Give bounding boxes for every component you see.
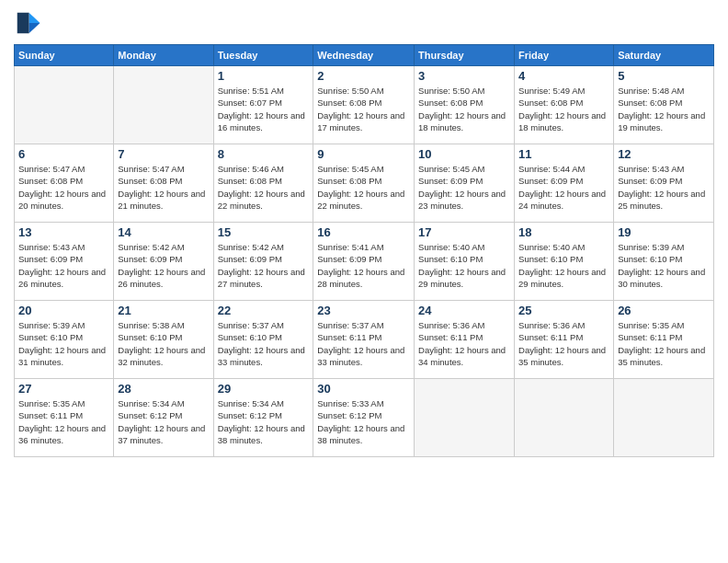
calendar-cell: 14Sunrise: 5:42 AMSunset: 6:09 PMDayligh…: [114, 223, 213, 301]
day-number: 25: [518, 304, 609, 317]
calendar-cell: 26Sunrise: 5:35 AMSunset: 6:11 PMDayligh…: [614, 301, 714, 379]
calendar-cell: 18Sunrise: 5:40 AMSunset: 6:10 PMDayligh…: [515, 223, 614, 301]
calendar-cell: 22Sunrise: 5:37 AMSunset: 6:10 PMDayligh…: [213, 301, 313, 379]
day-info: Sunrise: 5:45 AMSunset: 6:08 PMDaylight:…: [317, 163, 410, 212]
day-info: Sunrise: 5:44 AMSunset: 6:09 PMDaylight:…: [518, 163, 609, 212]
calendar-cell: 30Sunrise: 5:33 AMSunset: 6:12 PMDayligh…: [313, 379, 415, 457]
calendar-cell: 5Sunrise: 5:48 AMSunset: 6:08 PMDaylight…: [614, 66, 714, 144]
weekday-header: Friday: [515, 45, 614, 66]
weekday-header: Thursday: [415, 45, 515, 66]
day-info: Sunrise: 5:42 AMSunset: 6:09 PMDaylight:…: [218, 241, 310, 290]
day-number: 26: [618, 304, 710, 317]
day-info: Sunrise: 5:51 AMSunset: 6:07 PMDaylight:…: [218, 85, 310, 133]
day-number: 27: [18, 382, 109, 396]
calendar-cell: 20Sunrise: 5:39 AMSunset: 6:10 PMDayligh…: [15, 301, 114, 379]
day-number: 23: [317, 304, 410, 317]
day-info: Sunrise: 5:50 AMSunset: 6:08 PMDaylight:…: [317, 85, 410, 133]
day-number: 8: [218, 147, 310, 161]
calendar-cell: 1Sunrise: 5:51 AMSunset: 6:07 PMDaylight…: [213, 66, 313, 144]
day-number: 1: [218, 69, 310, 83]
day-number: 6: [18, 147, 109, 161]
svg-rect-2: [17, 13, 29, 34]
day-number: 16: [317, 225, 410, 239]
calendar-cell: 15Sunrise: 5:42 AMSunset: 6:09 PMDayligh…: [213, 223, 313, 301]
day-info: Sunrise: 5:39 AMSunset: 6:10 PMDaylight:…: [18, 319, 109, 368]
calendar-cell: [515, 379, 614, 457]
day-number: 29: [218, 382, 310, 396]
day-number: 2: [317, 69, 410, 83]
day-number: 17: [418, 225, 510, 239]
calendar-cell: 29Sunrise: 5:34 AMSunset: 6:12 PMDayligh…: [213, 379, 313, 457]
calendar-cell: 8Sunrise: 5:46 AMSunset: 6:08 PMDaylight…: [213, 144, 313, 223]
calendar-cell: 21Sunrise: 5:38 AMSunset: 6:10 PMDayligh…: [114, 301, 213, 379]
calendar-cell: 27Sunrise: 5:35 AMSunset: 6:11 PMDayligh…: [15, 379, 114, 457]
day-number: 10: [418, 147, 510, 161]
calendar-cell: 3Sunrise: 5:50 AMSunset: 6:08 PMDaylight…: [415, 66, 515, 144]
day-number: 21: [118, 304, 209, 317]
day-info: Sunrise: 5:37 AMSunset: 6:11 PMDaylight:…: [317, 319, 410, 368]
day-info: Sunrise: 5:45 AMSunset: 6:09 PMDaylight:…: [418, 163, 510, 212]
day-info: Sunrise: 5:49 AMSunset: 6:08 PMDaylight:…: [518, 85, 609, 133]
calendar-cell: 7Sunrise: 5:47 AMSunset: 6:08 PMDaylight…: [114, 144, 213, 223]
calendar-cell: [415, 379, 515, 457]
day-number: 19: [618, 225, 710, 239]
svg-marker-0: [29, 13, 40, 23]
day-info: Sunrise: 5:46 AMSunset: 6:08 PMDaylight:…: [218, 163, 310, 212]
day-number: 20: [18, 304, 109, 317]
day-info: Sunrise: 5:50 AMSunset: 6:08 PMDaylight:…: [418, 85, 510, 133]
calendar-cell: 4Sunrise: 5:49 AMSunset: 6:08 PMDaylight…: [515, 66, 614, 144]
day-number: 24: [418, 304, 510, 317]
logo-icon: [14, 9, 41, 37]
calendar: SundayMondayTuesdayWednesdayThursdayFrid…: [14, 44, 714, 457]
calendar-cell: 13Sunrise: 5:43 AMSunset: 6:09 PMDayligh…: [15, 223, 114, 301]
day-number: 18: [518, 225, 609, 239]
day-info: Sunrise: 5:33 AMSunset: 6:12 PMDaylight:…: [317, 397, 410, 446]
day-number: 13: [18, 225, 109, 239]
calendar-cell: 17Sunrise: 5:40 AMSunset: 6:10 PMDayligh…: [415, 223, 515, 301]
day-number: 3: [418, 69, 510, 83]
day-info: Sunrise: 5:41 AMSunset: 6:09 PMDaylight:…: [317, 241, 410, 290]
day-number: 11: [518, 147, 609, 161]
weekday-header: Saturday: [614, 45, 714, 66]
page: SundayMondayTuesdayWednesdayThursdayFrid…: [0, 0, 728, 563]
day-info: Sunrise: 5:48 AMSunset: 6:08 PMDaylight:…: [618, 85, 710, 133]
day-number: 9: [317, 147, 410, 161]
weekday-header: Sunday: [15, 45, 114, 66]
day-info: Sunrise: 5:34 AMSunset: 6:12 PMDaylight:…: [218, 397, 310, 446]
calendar-cell: 19Sunrise: 5:39 AMSunset: 6:10 PMDayligh…: [614, 223, 714, 301]
day-info: Sunrise: 5:39 AMSunset: 6:10 PMDaylight:…: [618, 241, 710, 290]
calendar-cell: 16Sunrise: 5:41 AMSunset: 6:09 PMDayligh…: [313, 223, 415, 301]
day-info: Sunrise: 5:47 AMSunset: 6:08 PMDaylight:…: [118, 163, 209, 212]
header: [14, 9, 714, 37]
day-number: 12: [618, 147, 710, 161]
calendar-cell: [15, 66, 114, 144]
day-info: Sunrise: 5:40 AMSunset: 6:10 PMDaylight:…: [518, 241, 609, 290]
day-info: Sunrise: 5:38 AMSunset: 6:10 PMDaylight:…: [118, 319, 209, 368]
calendar-cell: [614, 379, 714, 457]
svg-marker-1: [29, 23, 40, 33]
day-info: Sunrise: 5:36 AMSunset: 6:11 PMDaylight:…: [518, 319, 609, 368]
day-info: Sunrise: 5:42 AMSunset: 6:09 PMDaylight:…: [118, 241, 209, 290]
day-number: 30: [317, 382, 410, 396]
day-info: Sunrise: 5:36 AMSunset: 6:11 PMDaylight:…: [418, 319, 510, 368]
calendar-cell: 10Sunrise: 5:45 AMSunset: 6:09 PMDayligh…: [415, 144, 515, 223]
day-info: Sunrise: 5:43 AMSunset: 6:09 PMDaylight:…: [18, 241, 109, 290]
calendar-cell: 9Sunrise: 5:45 AMSunset: 6:08 PMDaylight…: [313, 144, 415, 223]
day-number: 7: [118, 147, 209, 161]
day-info: Sunrise: 5:34 AMSunset: 6:12 PMDaylight:…: [118, 397, 209, 446]
weekday-header: Monday: [114, 45, 213, 66]
day-info: Sunrise: 5:47 AMSunset: 6:08 PMDaylight:…: [18, 163, 109, 212]
weekday-header: Wednesday: [313, 45, 415, 66]
calendar-cell: 24Sunrise: 5:36 AMSunset: 6:11 PMDayligh…: [415, 301, 515, 379]
day-info: Sunrise: 5:35 AMSunset: 6:11 PMDaylight:…: [18, 397, 109, 446]
day-number: 14: [118, 225, 209, 239]
day-number: 4: [518, 69, 609, 83]
day-number: 5: [618, 69, 710, 83]
logo-area: [14, 9, 45, 37]
day-info: Sunrise: 5:40 AMSunset: 6:10 PMDaylight:…: [418, 241, 510, 290]
day-info: Sunrise: 5:37 AMSunset: 6:10 PMDaylight:…: [218, 319, 310, 368]
calendar-cell: 6Sunrise: 5:47 AMSunset: 6:08 PMDaylight…: [15, 144, 114, 223]
calendar-cell: 23Sunrise: 5:37 AMSunset: 6:11 PMDayligh…: [313, 301, 415, 379]
calendar-cell: 11Sunrise: 5:44 AMSunset: 6:09 PMDayligh…: [515, 144, 614, 223]
calendar-cell: 2Sunrise: 5:50 AMSunset: 6:08 PMDaylight…: [313, 66, 415, 144]
